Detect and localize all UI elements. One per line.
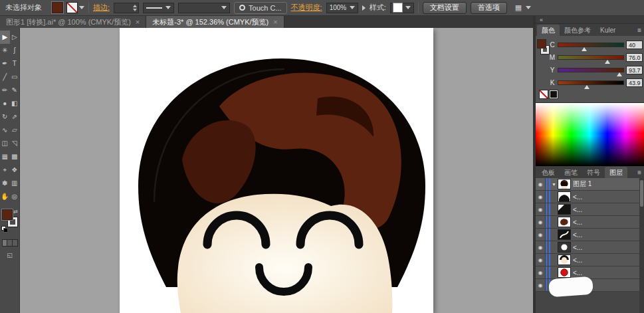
document-tab-active[interactable]: 未标题-3* @ 152.36% (CMYK/预览) × xyxy=(146,16,284,28)
yellow-slider[interactable] xyxy=(558,68,624,72)
opacity-label[interactable]: 不透明度: xyxy=(291,3,322,13)
tool-blob-brush[interactable]: ● xyxy=(0,97,10,110)
tool-gradient[interactable]: ▩ xyxy=(10,150,20,163)
expand-arrow-icon[interactable] xyxy=(362,5,366,11)
layers-scrollbar[interactable] xyxy=(639,178,644,313)
slider-thumb[interactable] xyxy=(584,85,590,89)
tab-kuler[interactable]: Kuler xyxy=(595,25,620,36)
panel-menu-icon[interactable]: ≡ xyxy=(637,169,641,176)
close-tab-icon[interactable]: × xyxy=(136,18,140,26)
cyan-value[interactable]: 40 xyxy=(626,41,643,49)
visibility-eye-icon[interactable]: ◉ xyxy=(536,203,546,215)
black-swatch[interactable] xyxy=(550,90,558,98)
tab-symbols[interactable]: 符号 xyxy=(582,167,605,178)
yellow-value[interactable]: 93.7 xyxy=(626,66,643,74)
tool-free-transform[interactable]: ▱ xyxy=(10,124,20,137)
layer-row[interactable]: ◉ <... xyxy=(536,203,644,216)
visibility-eye-icon[interactable]: ◉ xyxy=(536,178,546,190)
tool-eyedropper[interactable]: ⌖ xyxy=(0,163,10,177)
tab-brushes[interactable]: 画笔 xyxy=(560,167,582,178)
layer-row-parent[interactable]: ◉ ▼ 图层 1 xyxy=(536,178,644,191)
tab-color[interactable]: 颜色 xyxy=(537,25,560,36)
visibility-eye-icon[interactable]: ◉ xyxy=(536,254,546,266)
close-tab-icon[interactable]: × xyxy=(273,18,277,26)
layer-row[interactable]: ◉ <... xyxy=(536,254,644,266)
black-slider[interactable] xyxy=(558,80,624,85)
draw-behind-mode-button[interactable] xyxy=(7,240,13,246)
brush-definition-dropdown[interactable] xyxy=(143,3,174,13)
tool-shape-builder[interactable]: ◫ xyxy=(0,137,10,150)
proxy-fill-swatch[interactable] xyxy=(538,40,546,48)
stroke-label[interactable]: 描边: xyxy=(93,3,110,13)
draw-inside-mode-button[interactable] xyxy=(13,240,17,246)
swap-fill-stroke-icon[interactable]: ⇄ xyxy=(13,209,18,215)
tool-magic-wand[interactable]: ✳ xyxy=(0,44,10,57)
document-setup-button[interactable]: 文档设置 xyxy=(423,2,467,14)
slider-thumb[interactable] xyxy=(582,47,587,51)
width-profile-dropdown[interactable] xyxy=(178,3,230,13)
artboard[interactable] xyxy=(120,28,433,313)
tool-type[interactable]: T xyxy=(10,57,20,70)
tab-swatches[interactable]: 色板 xyxy=(537,167,560,178)
layer-row[interactable]: ◉ <... xyxy=(536,266,644,279)
tab-layers[interactable]: 图层 xyxy=(605,167,627,178)
collapse-panels-icon[interactable]: « xyxy=(540,17,543,23)
tool-pen[interactable]: ✒ xyxy=(0,57,10,70)
draw-normal-mode-button[interactable] xyxy=(3,240,8,246)
tool-symbol-sprayer[interactable]: ✽ xyxy=(0,177,10,190)
stroke-weight-input[interactable] xyxy=(114,3,139,13)
document-tab-inactive[interactable]: 图形1 [转换].ai* @ 100% (CMYK/预览) × xyxy=(0,16,146,28)
tool-eraser[interactable]: ◧ xyxy=(10,97,20,110)
slider-thumb[interactable] xyxy=(605,60,610,64)
tool-rotate[interactable]: ↻ xyxy=(0,110,10,124)
canvas-area[interactable] xyxy=(20,28,533,313)
visibility-eye-icon[interactable]: ◉ xyxy=(536,216,546,228)
style-dropdown[interactable] xyxy=(390,3,414,13)
panel-menu-icon[interactable]: ≡ xyxy=(637,27,641,34)
chevron-down-icon[interactable] xyxy=(79,6,84,9)
tab-color-guide[interactable]: 颜色参考 xyxy=(560,25,595,36)
tool-blend[interactable]: ❖ xyxy=(10,163,20,177)
magenta-slider[interactable] xyxy=(558,55,624,60)
tool-scale[interactable]: ⇗ xyxy=(10,110,20,124)
layer-row[interactable]: ◉ <... xyxy=(536,229,644,241)
stepper-icons[interactable] xyxy=(132,5,138,11)
black-value[interactable]: 43.9 xyxy=(626,78,643,87)
tool-zoom[interactable]: ◎ xyxy=(10,190,20,203)
default-swatches-icon[interactable] xyxy=(4,229,7,232)
layer-row[interactable]: ◉ <... xyxy=(536,241,644,254)
visibility-eye-icon[interactable]: ◉ xyxy=(536,229,546,241)
tool-perspective-grid[interactable]: ◹ xyxy=(10,137,20,150)
opacity-dropdown[interactable]: 100% xyxy=(326,3,358,13)
visibility-eye-icon[interactable]: ◉ xyxy=(536,279,546,291)
visibility-eye-icon[interactable]: ◉ xyxy=(536,241,546,253)
tool-mesh[interactable]: ▦ xyxy=(0,150,10,163)
tool-paintbrush[interactable]: ✏ xyxy=(0,84,10,97)
layer-row[interactable]: ◉ <... xyxy=(536,191,644,203)
touch-type-button[interactable]: Touch C... xyxy=(234,2,287,14)
chevron-down-icon[interactable] xyxy=(526,6,531,9)
tool-pencil[interactable]: ✎ xyxy=(10,84,20,97)
color-spectrum[interactable] xyxy=(536,102,644,166)
tool-direct-selection[interactable]: ▷ xyxy=(10,31,20,44)
tool-hand[interactable]: ✋ xyxy=(0,190,10,203)
none-swatch[interactable] xyxy=(540,90,548,98)
tool-width[interactable]: ∿ xyxy=(0,124,10,137)
cyan-slider[interactable] xyxy=(558,43,624,47)
slider-thumb[interactable] xyxy=(617,72,622,76)
preferences-button[interactable]: 首选项 xyxy=(471,2,507,14)
tool-selection[interactable]: ▶ xyxy=(0,31,10,44)
fill-swatch[interactable] xyxy=(53,3,62,13)
tool-line-segment[interactable]: ╱ xyxy=(0,70,10,84)
visibility-eye-icon[interactable]: ◉ xyxy=(536,266,546,278)
arrange-documents-icon[interactable]: ▦ xyxy=(515,3,522,12)
screen-mode-icon[interactable]: ◱ xyxy=(0,252,19,259)
tool-lasso[interactable]: ʃ xyxy=(10,44,20,57)
tool-column-graph[interactable]: ▥ xyxy=(10,177,20,190)
visibility-eye-icon[interactable]: ◉ xyxy=(536,191,546,203)
magenta-value[interactable]: 76.0 xyxy=(626,53,643,62)
stroke-swatch[interactable] xyxy=(67,3,77,13)
scrollbar-thumb[interactable] xyxy=(640,180,643,207)
toolbar-fill-swatch[interactable] xyxy=(3,210,12,219)
tool-rectangle[interactable]: ▭ xyxy=(10,70,20,84)
